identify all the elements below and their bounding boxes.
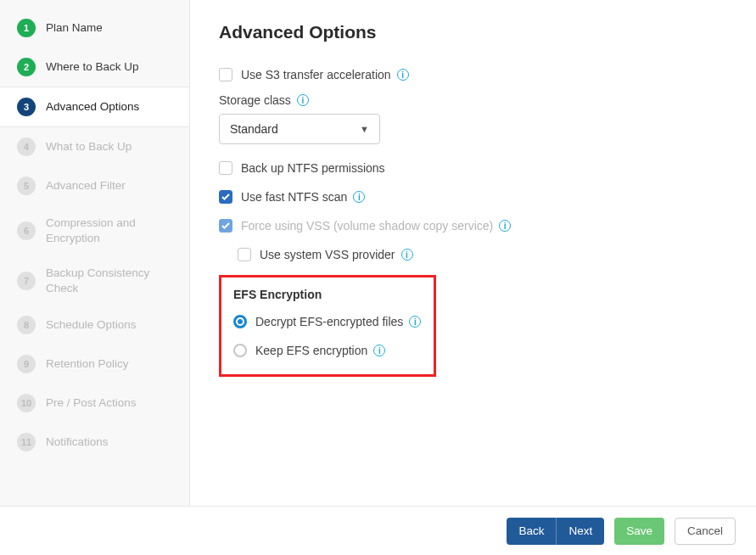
sidebar-item-label: What to Back Up — [46, 139, 132, 154]
sidebar-item-label: Where to Back Up — [46, 59, 139, 75]
caret-down-icon: ▼ — [360, 124, 369, 134]
main-content: Advanced Options Use S3 transfer acceler… — [190, 0, 756, 555]
label-fast-ntfs: Use fast NTFS scan — [241, 190, 347, 204]
sidebar-item-label: Retention Policy — [46, 356, 129, 372]
step-index-11: 11 — [17, 433, 36, 451]
next-button[interactable]: Next — [557, 518, 604, 545]
system-vss-row[interactable]: Use system VSS provider i — [219, 244, 727, 265]
checkbox-s3-transfer[interactable] — [219, 68, 232, 81]
info-icon[interactable]: i — [397, 69, 409, 81]
radio-decrypt-efs[interactable] — [233, 315, 247, 328]
sidebar-item-label: Backup Consistency Check — [46, 266, 172, 295]
label-decrypt-efs: Decrypt EFS-encrypted files — [255, 315, 403, 328]
sidebar-item-label: Plan Name — [46, 20, 103, 36]
radio-keep-efs[interactable] — [233, 344, 247, 357]
wizard-footer: Back Next Save Cancel — [0, 506, 756, 555]
label-backup-ntfs: Back up NTFS permissions — [241, 161, 385, 175]
label-force-vss: Force using VSS (volume shadow copy serv… — [241, 219, 493, 233]
storage-class-value: Standard — [230, 122, 278, 136]
step-index-8: 8 — [17, 316, 36, 334]
info-icon[interactable]: i — [297, 94, 309, 106]
sidebar-item-advanced-options[interactable]: 3 Advanced Options — [0, 87, 189, 127]
storage-class-select[interactable]: Standard ▼ — [219, 114, 380, 144]
label-s3-transfer: Use S3 transfer acceleration — [241, 68, 391, 81]
step-index-10: 10 — [17, 394, 36, 412]
label-system-vss: Use system VSS provider — [260, 248, 395, 261]
info-icon[interactable]: i — [353, 191, 365, 203]
wizard-sidebar: 1 Plan Name 2 Where to Back Up 3 Advance… — [0, 0, 190, 555]
checkbox-backup-ntfs[interactable] — [219, 161, 232, 175]
sidebar-item-label: Pre / Post Actions — [46, 395, 137, 411]
info-icon[interactable]: i — [499, 220, 511, 232]
info-icon[interactable]: i — [409, 316, 421, 328]
back-next-group: Back Next — [507, 518, 604, 545]
sidebar-item-advanced-filter[interactable]: 5 Advanced Filter — [0, 166, 189, 205]
save-button[interactable]: Save — [614, 518, 664, 545]
checkbox-fast-ntfs[interactable] — [219, 190, 232, 204]
step-index-1: 1 — [17, 19, 36, 37]
sidebar-item-label: Advanced Options — [46, 99, 139, 115]
info-icon[interactable]: i — [373, 345, 385, 356]
sidebar-item-label: Notifications — [46, 434, 109, 450]
step-index-3: 3 — [17, 98, 36, 116]
fast-ntfs-row[interactable]: Use fast NTFS scan i — [219, 187, 727, 207]
back-button[interactable]: Back — [507, 518, 557, 545]
s3-transfer-row[interactable]: Use S3 transfer acceleration i — [219, 64, 727, 85]
sidebar-item-label: Compression and Encryption — [46, 216, 172, 245]
step-index-7: 7 — [17, 272, 36, 290]
storage-class-text: Storage class — [219, 93, 291, 107]
sidebar-item-plan-name[interactable]: 1 Plan Name — [0, 8, 189, 48]
info-icon[interactable]: i — [401, 249, 413, 261]
page-title: Advanced Options — [219, 22, 727, 42]
sidebar-item-pre-post-actions[interactable]: 10 Pre / Post Actions — [0, 384, 189, 423]
sidebar-item-label: Advanced Filter — [46, 178, 126, 193]
step-index-4: 4 — [17, 137, 36, 156]
sidebar-item-what-to-back-up[interactable]: 4 What to Back Up — [0, 127, 189, 166]
sidebar-item-notifications[interactable]: 11 Notifications — [0, 423, 189, 462]
step-index-9: 9 — [17, 355, 36, 373]
cancel-button[interactable]: Cancel — [675, 518, 736, 545]
sidebar-item-compression-encryption[interactable]: 6 Compression and Encryption — [0, 205, 189, 255]
label-keep-efs: Keep EFS encryption — [255, 344, 367, 357]
storage-class-label: Storage class i — [219, 93, 727, 107]
efs-heading: EFS Encryption — [233, 288, 422, 301]
checkbox-system-vss[interactable] — [238, 248, 251, 261]
backup-ntfs-row[interactable]: Back up NTFS permissions — [219, 158, 727, 178]
step-index-6: 6 — [17, 221, 36, 240]
sidebar-item-schedule-options[interactable]: 8 Schedule Options — [0, 306, 189, 345]
sidebar-item-retention-policy[interactable]: 9 Retention Policy — [0, 345, 189, 384]
step-index-5: 5 — [17, 177, 36, 195]
sidebar-item-backup-consistency-check[interactable]: 7 Backup Consistency Check — [0, 255, 189, 306]
checkbox-force-vss — [219, 219, 232, 233]
keep-efs-row[interactable]: Keep EFS encryption i — [233, 340, 422, 361]
force-vss-row: Force using VSS (volume shadow copy serv… — [219, 216, 727, 236]
efs-encryption-section: EFS Encryption Decrypt EFS-encrypted fil… — [219, 275, 436, 377]
sidebar-item-label: Schedule Options — [46, 317, 137, 333]
sidebar-item-where-to-back-up[interactable]: 2 Where to Back Up — [0, 48, 189, 87]
decrypt-efs-row[interactable]: Decrypt EFS-encrypted files i — [233, 311, 422, 332]
step-index-2: 2 — [17, 58, 36, 76]
